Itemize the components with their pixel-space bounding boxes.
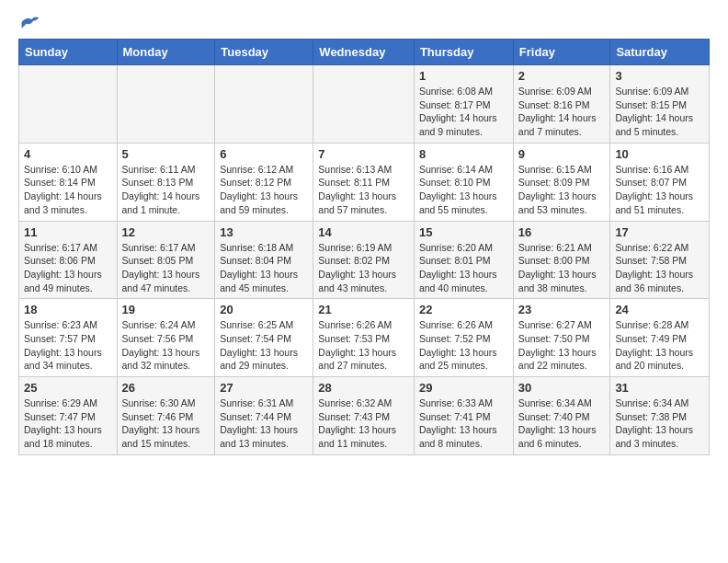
calendar-cell: 21Sunrise: 6:26 AM Sunset: 7:53 PM Dayli…: [313, 299, 415, 377]
day-number: 21: [318, 303, 409, 316]
calendar-cell: 10Sunrise: 6:16 AM Sunset: 8:07 PM Dayli…: [610, 143, 710, 221]
day-info: Sunrise: 6:20 AM Sunset: 8:01 PM Dayligh…: [419, 241, 508, 295]
calendar-cell: 7Sunrise: 6:13 AM Sunset: 8:11 PM Daylig…: [313, 143, 415, 221]
day-info: Sunrise: 6:34 AM Sunset: 7:40 PM Dayligh…: [518, 396, 606, 451]
calendar-cell: 19Sunrise: 6:24 AM Sunset: 7:56 PM Dayli…: [117, 299, 215, 377]
day-number: 9: [518, 147, 606, 161]
calendar-cell: 5Sunrise: 6:11 AM Sunset: 8:13 PM Daylig…: [117, 143, 215, 221]
calendar-cell: 9Sunrise: 6:15 AM Sunset: 8:09 PM Daylig…: [513, 143, 610, 221]
calendar-week-row: 25Sunrise: 6:29 AM Sunset: 7:47 PM Dayli…: [19, 377, 710, 455]
weekday-header-thursday: Thursday: [414, 40, 513, 65]
day-info: Sunrise: 6:11 AM Sunset: 8:13 PM Dayligh…: [122, 163, 210, 217]
calendar-cell: 24Sunrise: 6:28 AM Sunset: 7:49 PM Dayli…: [610, 299, 710, 377]
day-info: Sunrise: 6:28 AM Sunset: 7:49 PM Dayligh…: [615, 318, 704, 373]
day-number: 18: [24, 303, 112, 316]
calendar-cell: [19, 65, 118, 144]
calendar-cell: 30Sunrise: 6:34 AM Sunset: 7:40 PM Dayli…: [513, 377, 610, 455]
day-info: Sunrise: 6:23 AM Sunset: 7:57 PM Dayligh…: [24, 318, 112, 373]
weekday-header-monday: Monday: [117, 40, 215, 65]
weekday-header-row: SundayMondayTuesdayWednesdayThursdayFrid…: [19, 40, 710, 65]
day-info: Sunrise: 6:26 AM Sunset: 7:53 PM Dayligh…: [318, 318, 409, 373]
day-number: 31: [615, 381, 704, 395]
weekday-header-tuesday: Tuesday: [215, 40, 313, 65]
day-number: 2: [518, 69, 606, 83]
day-number: 14: [318, 225, 409, 239]
day-info: Sunrise: 6:33 AM Sunset: 7:41 PM Dayligh…: [419, 396, 508, 451]
calendar-cell: 26Sunrise: 6:30 AM Sunset: 7:46 PM Dayli…: [117, 377, 215, 455]
day-number: 29: [419, 381, 508, 395]
day-number: 15: [419, 225, 508, 239]
calendar-cell: 1Sunrise: 6:08 AM Sunset: 8:17 PM Daylig…: [414, 65, 513, 144]
day-info: Sunrise: 6:17 AM Sunset: 8:05 PM Dayligh…: [122, 241, 210, 295]
calendar-cell: 23Sunrise: 6:27 AM Sunset: 7:50 PM Dayli…: [513, 299, 610, 377]
calendar-cell: 25Sunrise: 6:29 AM Sunset: 7:47 PM Dayli…: [19, 377, 118, 455]
calendar-cell: [215, 65, 313, 144]
calendar-cell: 4Sunrise: 6:10 AM Sunset: 8:14 PM Daylig…: [19, 143, 118, 221]
day-info: Sunrise: 6:15 AM Sunset: 8:09 PM Dayligh…: [518, 163, 606, 217]
calendar-cell: 14Sunrise: 6:19 AM Sunset: 8:02 PM Dayli…: [313, 221, 415, 299]
day-number: 3: [615, 69, 704, 83]
day-number: 5: [122, 147, 210, 161]
calendar-cell: 18Sunrise: 6:23 AM Sunset: 7:57 PM Dayli…: [19, 299, 118, 377]
day-info: Sunrise: 6:18 AM Sunset: 8:04 PM Dayligh…: [220, 241, 308, 295]
day-info: Sunrise: 6:29 AM Sunset: 7:47 PM Dayligh…: [24, 396, 112, 451]
calendar-cell: 11Sunrise: 6:17 AM Sunset: 8:06 PM Dayli…: [19, 221, 118, 299]
day-info: Sunrise: 6:17 AM Sunset: 8:06 PM Dayligh…: [24, 241, 112, 295]
calendar-week-row: 1Sunrise: 6:08 AM Sunset: 8:17 PM Daylig…: [19, 65, 710, 144]
calendar-cell: 12Sunrise: 6:17 AM Sunset: 8:05 PM Dayli…: [117, 221, 215, 299]
day-number: 25: [24, 381, 112, 395]
day-number: 11: [24, 225, 112, 239]
day-info: Sunrise: 6:30 AM Sunset: 7:46 PM Dayligh…: [122, 396, 210, 451]
day-info: Sunrise: 6:16 AM Sunset: 8:07 PM Dayligh…: [615, 163, 704, 217]
day-number: 22: [419, 303, 508, 316]
calendar-cell: 16Sunrise: 6:21 AM Sunset: 8:00 PM Dayli…: [513, 221, 610, 299]
day-number: 20: [220, 303, 308, 316]
day-number: 26: [122, 381, 210, 395]
day-number: 27: [220, 381, 308, 395]
day-number: 10: [615, 147, 704, 161]
day-number: 4: [24, 147, 112, 161]
calendar-cell: 28Sunrise: 6:32 AM Sunset: 7:43 PM Dayli…: [313, 377, 415, 455]
day-number: 24: [615, 303, 704, 316]
day-info: Sunrise: 6:09 AM Sunset: 8:15 PM Dayligh…: [615, 85, 704, 139]
day-number: 28: [318, 381, 409, 395]
weekday-header-sunday: Sunday: [19, 40, 118, 65]
day-number: 12: [122, 225, 210, 239]
day-info: Sunrise: 6:25 AM Sunset: 7:54 PM Dayligh…: [220, 318, 308, 373]
calendar-cell: 2Sunrise: 6:09 AM Sunset: 8:16 PM Daylig…: [513, 65, 610, 144]
calendar-cell: 22Sunrise: 6:26 AM Sunset: 7:52 PM Dayli…: [414, 299, 513, 377]
day-number: 17: [615, 225, 704, 239]
day-number: 1: [419, 69, 508, 83]
day-info: Sunrise: 6:08 AM Sunset: 8:17 PM Dayligh…: [419, 85, 508, 139]
calendar-cell: 20Sunrise: 6:25 AM Sunset: 7:54 PM Dayli…: [215, 299, 313, 377]
day-info: Sunrise: 6:34 AM Sunset: 7:38 PM Dayligh…: [615, 396, 704, 451]
day-info: Sunrise: 6:26 AM Sunset: 7:52 PM Dayligh…: [419, 318, 508, 373]
day-number: 23: [518, 303, 606, 316]
day-info: Sunrise: 6:14 AM Sunset: 8:10 PM Dayligh…: [419, 163, 508, 217]
calendar-week-row: 4Sunrise: 6:10 AM Sunset: 8:14 PM Daylig…: [19, 143, 710, 221]
calendar-cell: 3Sunrise: 6:09 AM Sunset: 8:15 PM Daylig…: [610, 65, 710, 144]
day-info: Sunrise: 6:19 AM Sunset: 8:02 PM Dayligh…: [318, 241, 409, 295]
calendar-cell: 27Sunrise: 6:31 AM Sunset: 7:44 PM Dayli…: [215, 377, 313, 455]
day-info: Sunrise: 6:24 AM Sunset: 7:56 PM Dayligh…: [122, 318, 210, 373]
day-number: 19: [122, 303, 210, 316]
calendar-cell: 8Sunrise: 6:14 AM Sunset: 8:10 PM Daylig…: [414, 143, 513, 221]
day-info: Sunrise: 6:22 AM Sunset: 7:58 PM Dayligh…: [615, 241, 704, 295]
header: [18, 15, 710, 31]
calendar-cell: 29Sunrise: 6:33 AM Sunset: 7:41 PM Dayli…: [414, 377, 513, 455]
day-info: Sunrise: 6:21 AM Sunset: 8:00 PM Dayligh…: [518, 241, 606, 295]
day-number: 30: [518, 381, 606, 395]
day-number: 13: [220, 225, 308, 239]
calendar-cell: [117, 65, 215, 144]
day-number: 16: [518, 225, 606, 239]
calendar-cell: [313, 65, 415, 144]
weekday-header-saturday: Saturday: [610, 40, 710, 65]
calendar-cell: 17Sunrise: 6:22 AM Sunset: 7:58 PM Dayli…: [610, 221, 710, 299]
calendar-week-row: 11Sunrise: 6:17 AM Sunset: 8:06 PM Dayli…: [19, 221, 710, 299]
calendar-table: SundayMondayTuesdayWednesdayThursdayFrid…: [18, 39, 710, 455]
day-info: Sunrise: 6:31 AM Sunset: 7:44 PM Dayligh…: [220, 396, 308, 451]
logo-bird-icon: [20, 15, 40, 31]
day-number: 7: [318, 147, 409, 161]
day-number: 6: [220, 147, 308, 161]
day-info: Sunrise: 6:27 AM Sunset: 7:50 PM Dayligh…: [518, 318, 606, 373]
